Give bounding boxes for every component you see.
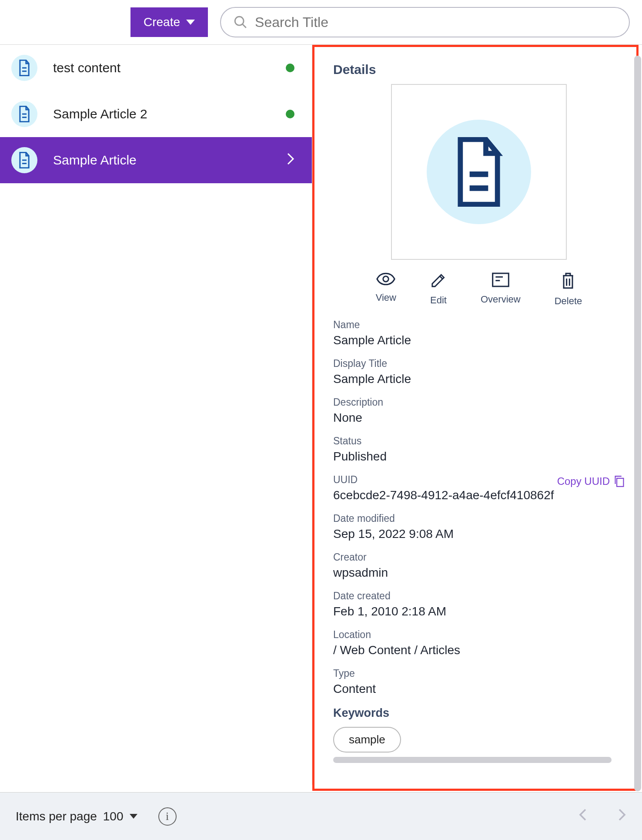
pencil-icon	[430, 272, 447, 289]
status-dot-published	[286, 64, 294, 72]
next-page-button[interactable]	[618, 808, 626, 825]
details-title: Details	[333, 62, 625, 77]
field-uuid: UUID Copy UUID 6cebcde2-7498-4912-a4ae-4…	[333, 474, 625, 502]
field-label: Name	[333, 319, 625, 331]
field-label: Creator	[333, 551, 625, 563]
field-value: Feb 1, 2010 2:18 AM	[333, 605, 625, 618]
create-button[interactable]: Create	[130, 7, 208, 37]
thumbnail	[391, 84, 567, 260]
edit-label: Edit	[430, 295, 447, 306]
field-value: None	[333, 411, 625, 425]
caret-down-icon	[130, 814, 137, 819]
field-value: / Web Content / Articles	[333, 643, 625, 657]
pager	[578, 808, 626, 825]
edit-button[interactable]: Edit	[430, 272, 447, 307]
field-value: Sample Article	[333, 372, 625, 386]
field-value: Content	[333, 682, 625, 696]
copy-uuid-label: Copy UUID	[557, 475, 610, 487]
trash-icon	[561, 272, 575, 289]
search-icon	[233, 15, 248, 30]
details-panel: Details View	[312, 45, 642, 785]
field-date-created: Date created Feb 1, 2010 2:18 AM	[333, 590, 625, 618]
status-dot-published	[286, 110, 294, 118]
items-per-page[interactable]: Items per page 100	[16, 810, 137, 823]
svg-point-0	[235, 17, 244, 25]
svg-rect-17	[617, 478, 623, 486]
pagination-footer: Items per page 100 i	[0, 792, 642, 840]
field-value: Published	[333, 450, 625, 464]
search-input[interactable]	[254, 14, 617, 31]
field-label: Location	[333, 629, 625, 641]
delete-button[interactable]: Delete	[555, 272, 582, 307]
field-value: Sep 15, 2022 9:08 AM	[333, 527, 625, 541]
field-label: Type	[333, 668, 625, 679]
field-creator: Creator wpsadmin	[333, 551, 625, 580]
field-description: Description None	[333, 396, 625, 425]
document-icon	[11, 101, 37, 127]
info-button[interactable]: i	[158, 807, 177, 826]
field-label: Display Title	[333, 358, 625, 370]
field-status: Status Published	[333, 435, 625, 464]
overview-button[interactable]: Overview	[481, 272, 521, 307]
overview-label: Overview	[481, 294, 521, 305]
eye-icon	[376, 272, 395, 286]
field-value: 6cebcde2-7498-4912-a4ae-4efcf410862f	[333, 488, 625, 502]
svg-line-1	[242, 24, 246, 28]
field-location: Location / Web Content / Articles	[333, 629, 625, 657]
keywords-title: Keywords	[333, 706, 625, 720]
list-item-label: Sample Article	[53, 153, 271, 168]
items-per-page-label: Items per page	[16, 810, 97, 823]
field-type: Type Content	[333, 668, 625, 696]
create-button-label: Create	[144, 15, 180, 29]
list-item[interactable]: Sample Article 2	[0, 91, 312, 137]
svg-point-10	[383, 276, 388, 282]
field-label: Status	[333, 435, 625, 447]
document-icon	[11, 147, 37, 173]
list-item-label: Sample Article 2	[53, 107, 270, 121]
vertical-scrollbar[interactable]	[633, 56, 642, 788]
field-label: UUID	[333, 474, 358, 486]
content-list: test content Sample Article 2	[0, 45, 312, 785]
list-item[interactable]: test content	[0, 45, 312, 91]
overview-icon	[492, 272, 509, 288]
copy-uuid-button[interactable]: Copy UUID	[557, 475, 625, 487]
search-field[interactable]	[220, 7, 630, 37]
list-item-label: test content	[53, 60, 270, 75]
items-per-page-value: 100	[103, 810, 124, 823]
view-label: View	[376, 292, 396, 303]
chevron-right-icon	[287, 152, 294, 168]
caret-down-icon	[186, 20, 195, 25]
delete-label: Delete	[555, 296, 582, 307]
field-value: wpsadmin	[333, 566, 625, 580]
field-label: Description	[333, 396, 625, 408]
document-large-icon	[451, 137, 507, 207]
main: test content Sample Article 2	[0, 45, 642, 785]
view-button[interactable]: View	[376, 272, 396, 307]
action-bar: View Edit Overview	[333, 272, 625, 307]
field-value: Sample Article	[333, 333, 625, 347]
field-date-modified: Date modified Sep 15, 2022 9:08 AM	[333, 513, 625, 541]
keyword-chip[interactable]: sample	[333, 727, 401, 753]
copy-icon	[614, 476, 625, 487]
horizontal-scrollbar[interactable]	[333, 757, 625, 765]
svg-rect-12	[493, 273, 509, 286]
toolbar: Create	[0, 0, 642, 45]
field-name: Name Sample Article	[333, 319, 625, 347]
list-item-selected[interactable]: Sample Article	[0, 137, 312, 183]
prev-page-button[interactable]	[578, 808, 587, 825]
field-display-title: Display Title Sample Article	[333, 358, 625, 386]
field-label: Date created	[333, 590, 625, 602]
document-icon	[11, 55, 37, 81]
field-label: Date modified	[333, 513, 625, 524]
